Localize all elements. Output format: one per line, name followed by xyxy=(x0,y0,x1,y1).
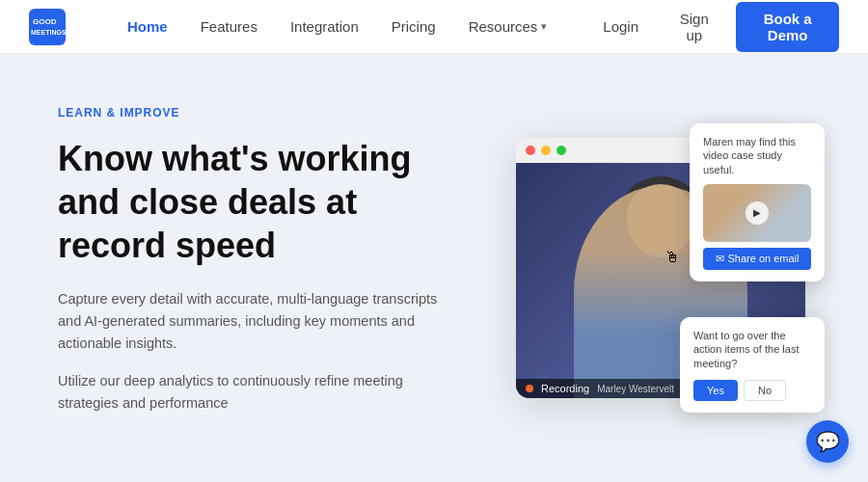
svg-text:GOOD: GOOD xyxy=(33,17,57,26)
header: GOOD MEETINGS Home Features Integration … xyxy=(0,0,868,54)
hero-headline: Know what's working and close deals at r… xyxy=(58,137,463,267)
main-content: LEARN & IMPROVE Know what's working and … xyxy=(0,54,868,482)
action-card: Want to go over the action items of the … xyxy=(680,317,825,413)
nav-home[interactable]: Home xyxy=(114,13,181,40)
recording-dot xyxy=(526,385,533,392)
signup-button[interactable]: Sign up xyxy=(664,5,724,49)
nav-pricing[interactable]: Pricing xyxy=(378,13,449,40)
header-actions: Login Sign up Book a Demo xyxy=(589,2,839,52)
share-email-button[interactable]: ✉ Share on email xyxy=(703,248,811,270)
close-dot xyxy=(526,146,535,155)
main-nav: Home Features Integration Pricing Resour… xyxy=(114,13,560,40)
recommend-card-title: Maren may find this video case study use… xyxy=(703,135,811,176)
action-card-title: Want to go over the action items of the … xyxy=(693,329,811,370)
email-icon: ✉ xyxy=(716,253,724,265)
hero-visual: Maren Dorin Recording Marley Westervelt … xyxy=(502,114,820,422)
hero-description-2: Utilize our deep analytics to continuous… xyxy=(58,370,463,415)
play-button[interactable]: ▶ xyxy=(746,201,769,225)
svg-rect-0 xyxy=(29,9,66,45)
action-buttons: Yes No xyxy=(693,380,811,401)
nav-integration[interactable]: Integration xyxy=(277,13,372,40)
hero-text: LEARN & IMPROVE Know what's working and … xyxy=(58,106,463,431)
maximize-dot xyxy=(556,146,566,155)
chat-icon: 💬 xyxy=(816,430,840,453)
no-button[interactable]: No xyxy=(744,380,786,401)
hero-description-1: Capture every detail with accurate, mult… xyxy=(58,288,463,356)
svg-text:MEETINGS: MEETINGS xyxy=(31,29,66,36)
minimize-dot xyxy=(541,146,551,155)
person-name-label: Marley Westervelt xyxy=(597,384,674,394)
logo-icon: GOOD MEETINGS xyxy=(29,9,66,45)
section-tag: LEARN & IMPROVE xyxy=(58,106,463,120)
chat-widget-button[interactable]: 💬 xyxy=(806,420,849,463)
cursor-icon: 🖱 xyxy=(665,249,680,266)
nav-features[interactable]: Features xyxy=(187,13,271,40)
logo[interactable]: GOOD MEETINGS xyxy=(29,9,66,45)
recommendation-card: Maren may find this video case study use… xyxy=(690,123,825,281)
yes-button[interactable]: Yes xyxy=(693,380,738,401)
login-button[interactable]: Login xyxy=(589,13,652,40)
video-thumbnail: ▶ xyxy=(703,184,811,242)
chevron-down-icon: ▾ xyxy=(541,20,547,33)
recording-label: Recording xyxy=(541,383,589,394)
book-demo-button[interactable]: Book a Demo xyxy=(736,2,839,52)
nav-resources[interactable]: Resources ▾ xyxy=(455,13,561,40)
